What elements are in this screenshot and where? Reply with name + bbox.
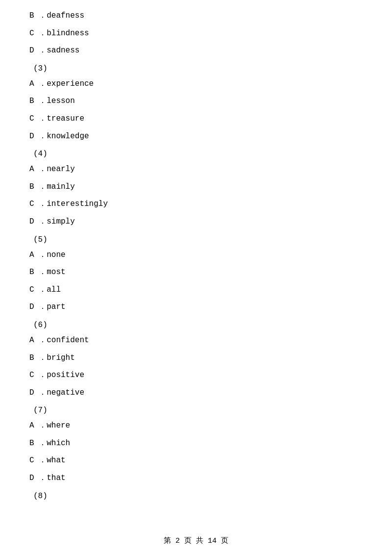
option-3-2: C ．all — [29, 284, 363, 297]
option-5-2: C ．what — [29, 454, 363, 467]
option-5-3: D ．that — [29, 472, 363, 485]
option-5-0: A ．where — [29, 420, 363, 432]
section-number-1: (3) — [29, 64, 363, 73]
option-3-0: A ．none — [29, 249, 363, 262]
option-0-0: B ．deafness — [29, 10, 363, 23]
option-4-3: D ．negative — [29, 387, 363, 400]
option-1-1: B ．lesson — [29, 95, 363, 108]
page-footer: 第 2 页 共 14 页 — [0, 536, 392, 545]
option-2-2: C ．interestingly — [29, 198, 363, 211]
section-number-3: (5) — [29, 235, 363, 244]
option-4-0: A ．confident — [29, 334, 363, 347]
option-2-0: A ．nearly — [29, 163, 363, 176]
option-5-1: B ．which — [29, 437, 363, 450]
section-number-6: (8) — [29, 492, 363, 501]
option-2-1: B ．mainly — [29, 181, 363, 194]
option-0-1: C ．blindness — [29, 27, 363, 40]
section-number-4: (6) — [29, 321, 363, 329]
option-1-0: A ．experience — [29, 78, 363, 91]
main-content: B ．deafnessC ．blindnessD ．sadness(3)A ．e… — [0, 0, 392, 535]
footer-text: 第 2 页 共 14 页 — [164, 537, 228, 545]
option-3-1: B ．most — [29, 266, 363, 279]
option-1-2: C ．treasure — [29, 113, 363, 126]
option-1-3: D ．knowledge — [29, 130, 363, 143]
section-number-5: (7) — [29, 406, 363, 415]
option-4-1: B ．bright — [29, 352, 363, 365]
option-3-3: D ．part — [29, 301, 363, 314]
section-number-2: (4) — [29, 150, 363, 158]
option-0-2: D ．sadness — [29, 45, 363, 57]
option-4-2: C ．positive — [29, 369, 363, 382]
option-2-3: D ．simply — [29, 216, 363, 228]
